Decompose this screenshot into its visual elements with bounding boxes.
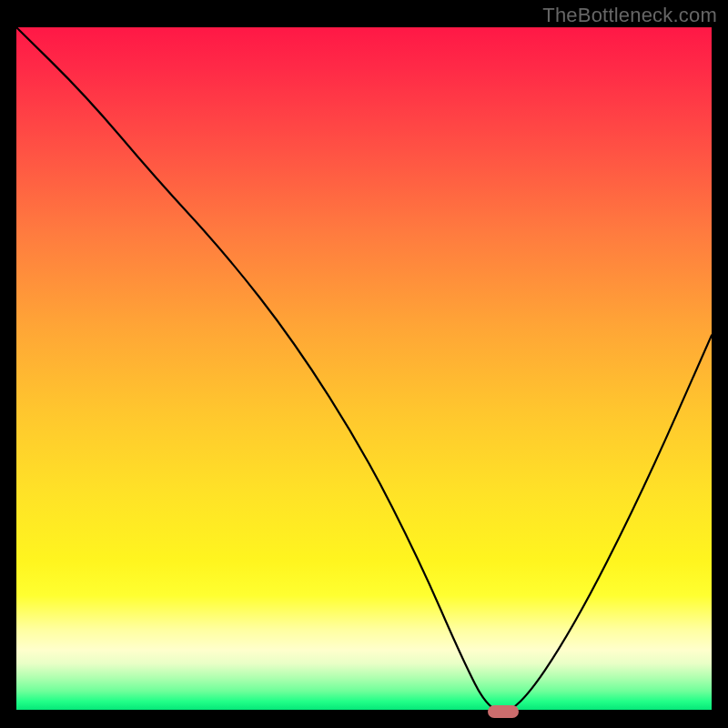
chart-container: TheBottleneck.com xyxy=(0,0,728,728)
watermark-text: TheBottleneck.com xyxy=(542,4,717,27)
optimal-point-marker xyxy=(488,705,519,718)
bottleneck-curve xyxy=(16,27,712,712)
x-axis-baseline xyxy=(16,710,712,712)
curve-svg xyxy=(16,27,712,712)
